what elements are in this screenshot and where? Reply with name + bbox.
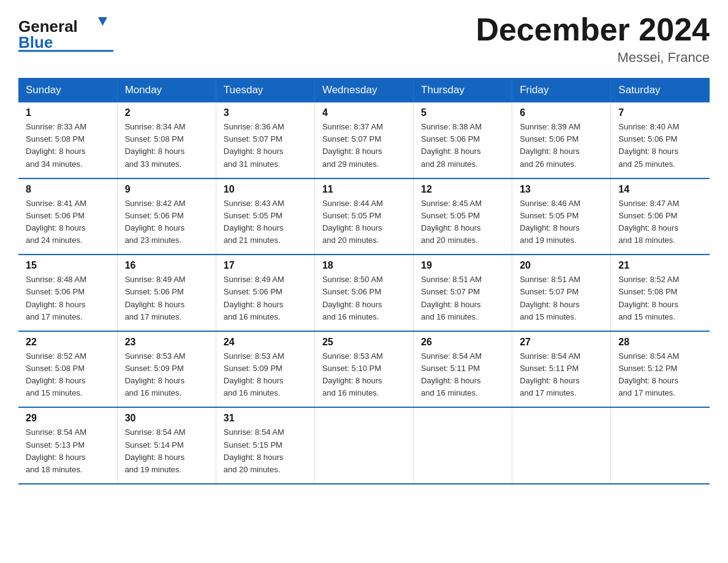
day-info: Sunrise: 8:51 AMSunset: 5:07 PMDaylight:… [520,274,603,323]
day-number: 30 [125,413,208,424]
day-number: 13 [520,184,603,195]
table-row: 2Sunrise: 8:34 AMSunset: 5:08 PMDaylight… [117,102,216,178]
day-info: Sunrise: 8:47 AMSunset: 5:06 PMDaylight:… [618,197,702,247]
day-number: 25 [322,337,406,348]
svg-marker-1 [98,17,107,26]
table-row: 20Sunrise: 8:51 AMSunset: 5:07 PMDayligh… [512,255,611,331]
day-info: Sunrise: 8:42 AMSunset: 5:06 PMDaylight:… [125,197,208,247]
table-row: 4Sunrise: 8:37 AMSunset: 5:07 PMDaylight… [314,102,413,178]
col-monday: Monday [117,78,216,102]
day-number: 11 [322,184,406,195]
table-row [314,407,413,484]
day-number: 28 [618,337,702,348]
col-tuesday: Tuesday [216,78,314,102]
table-row: 26Sunrise: 8:54 AMSunset: 5:11 PMDayligh… [414,331,512,408]
calendar-header-row: Sunday Monday Tuesday Wednesday Thursday… [18,78,710,102]
col-friday: Friday [512,78,611,102]
day-info: Sunrise: 8:36 AMSunset: 5:07 PMDaylight:… [224,121,307,170]
day-number: 18 [322,260,406,271]
day-info: Sunrise: 8:45 AMSunset: 5:05 PMDaylight:… [421,197,504,247]
day-number: 5 [421,107,504,118]
calendar-week-row: 8Sunrise: 8:41 AMSunset: 5:06 PMDaylight… [18,178,710,255]
table-row: 28Sunrise: 8:54 AMSunset: 5:12 PMDayligh… [611,331,710,408]
day-info: Sunrise: 8:38 AMSunset: 5:06 PMDaylight:… [421,121,504,170]
day-info: Sunrise: 8:43 AMSunset: 5:05 PMDaylight:… [224,197,307,247]
day-info: Sunrise: 8:52 AMSunset: 5:08 PMDaylight:… [26,350,110,400]
table-row: 18Sunrise: 8:50 AMSunset: 5:06 PMDayligh… [314,255,413,331]
table-row: 27Sunrise: 8:54 AMSunset: 5:11 PMDayligh… [512,331,611,408]
day-info: Sunrise: 8:54 AMSunset: 5:14 PMDaylight:… [125,426,208,476]
table-row: 7Sunrise: 8:40 AMSunset: 5:06 PMDaylight… [611,102,710,178]
table-row: 8Sunrise: 8:41 AMSunset: 5:06 PMDaylight… [18,178,117,255]
day-number: 1 [26,107,110,118]
day-number: 4 [322,107,406,118]
table-row: 17Sunrise: 8:49 AMSunset: 5:06 PMDayligh… [216,255,314,331]
day-number: 24 [224,337,307,348]
month-title: December 2024 [476,12,710,47]
day-info: Sunrise: 8:53 AMSunset: 5:09 PMDaylight:… [224,350,307,400]
table-row: 3Sunrise: 8:36 AMSunset: 5:07 PMDaylight… [216,102,314,178]
col-wednesday: Wednesday [314,78,413,102]
day-number: 3 [224,107,307,118]
table-row: 1Sunrise: 8:33 AMSunset: 5:08 PMDaylight… [18,102,117,178]
day-number: 21 [618,260,702,271]
table-row [512,407,611,484]
table-row [611,407,710,484]
day-info: Sunrise: 8:52 AMSunset: 5:08 PMDaylight:… [618,274,702,323]
table-row: 23Sunrise: 8:53 AMSunset: 5:09 PMDayligh… [117,331,216,408]
day-info: Sunrise: 8:33 AMSunset: 5:08 PMDaylight:… [26,121,110,170]
day-number: 15 [26,260,110,271]
day-info: Sunrise: 8:54 AMSunset: 5:11 PMDaylight:… [421,350,504,400]
page-header: General Blue December 2024 Messei, Franc… [18,12,710,66]
logo: General Blue [18,12,116,55]
table-row: 11Sunrise: 8:44 AMSunset: 5:05 PMDayligh… [314,178,413,255]
day-info: Sunrise: 8:46 AMSunset: 5:05 PMDaylight:… [520,197,603,247]
table-row: 9Sunrise: 8:42 AMSunset: 5:06 PMDaylight… [117,178,216,255]
day-number: 10 [224,184,307,195]
col-thursday: Thursday [414,78,512,102]
day-number: 17 [224,260,307,271]
day-info: Sunrise: 8:54 AMSunset: 5:15 PMDaylight:… [224,426,307,476]
table-row: 15Sunrise: 8:48 AMSunset: 5:06 PMDayligh… [18,255,117,331]
day-info: Sunrise: 8:34 AMSunset: 5:08 PMDaylight:… [125,121,208,170]
calendar-week-row: 15Sunrise: 8:48 AMSunset: 5:06 PMDayligh… [18,255,710,331]
day-number: 22 [26,337,110,348]
day-number: 12 [421,184,504,195]
day-number: 14 [618,184,702,195]
title-block: December 2024 Messei, France [476,12,710,66]
table-row: 6Sunrise: 8:39 AMSunset: 5:06 PMDaylight… [512,102,611,178]
day-info: Sunrise: 8:54 AMSunset: 5:12 PMDaylight:… [618,350,702,400]
day-number: 19 [421,260,504,271]
table-row: 10Sunrise: 8:43 AMSunset: 5:05 PMDayligh… [216,178,314,255]
day-number: 26 [421,337,504,348]
day-info: Sunrise: 8:50 AMSunset: 5:06 PMDaylight:… [322,274,406,323]
col-saturday: Saturday [611,78,710,102]
logo-svg: General Blue [18,12,116,55]
table-row: 19Sunrise: 8:51 AMSunset: 5:07 PMDayligh… [414,255,512,331]
day-info: Sunrise: 8:41 AMSunset: 5:06 PMDaylight:… [26,197,110,247]
day-number: 16 [125,260,208,271]
table-row: 31Sunrise: 8:54 AMSunset: 5:15 PMDayligh… [216,407,314,484]
day-number: 31 [224,413,307,424]
day-number: 27 [520,337,603,348]
table-row: 22Sunrise: 8:52 AMSunset: 5:08 PMDayligh… [18,331,117,408]
day-info: Sunrise: 8:40 AMSunset: 5:06 PMDaylight:… [618,121,702,170]
day-info: Sunrise: 8:49 AMSunset: 5:06 PMDaylight:… [224,274,307,323]
day-info: Sunrise: 8:53 AMSunset: 5:09 PMDaylight:… [125,350,208,400]
table-row: 30Sunrise: 8:54 AMSunset: 5:14 PMDayligh… [117,407,216,484]
calendar-week-row: 29Sunrise: 8:54 AMSunset: 5:13 PMDayligh… [18,407,710,484]
day-info: Sunrise: 8:39 AMSunset: 5:06 PMDaylight:… [520,121,603,170]
day-info: Sunrise: 8:49 AMSunset: 5:06 PMDaylight:… [125,274,208,323]
location: Messei, France [476,50,710,66]
day-number: 20 [520,260,603,271]
day-info: Sunrise: 8:48 AMSunset: 5:06 PMDaylight:… [26,274,110,323]
day-number: 6 [520,107,603,118]
table-row: 12Sunrise: 8:45 AMSunset: 5:05 PMDayligh… [414,178,512,255]
day-number: 23 [125,337,208,348]
day-number: 2 [125,107,208,118]
day-number: 7 [618,107,702,118]
table-row: 25Sunrise: 8:53 AMSunset: 5:10 PMDayligh… [314,331,413,408]
calendar-table: Sunday Monday Tuesday Wednesday Thursday… [18,78,710,484]
col-sunday: Sunday [18,78,117,102]
table-row: 13Sunrise: 8:46 AMSunset: 5:05 PMDayligh… [512,178,611,255]
